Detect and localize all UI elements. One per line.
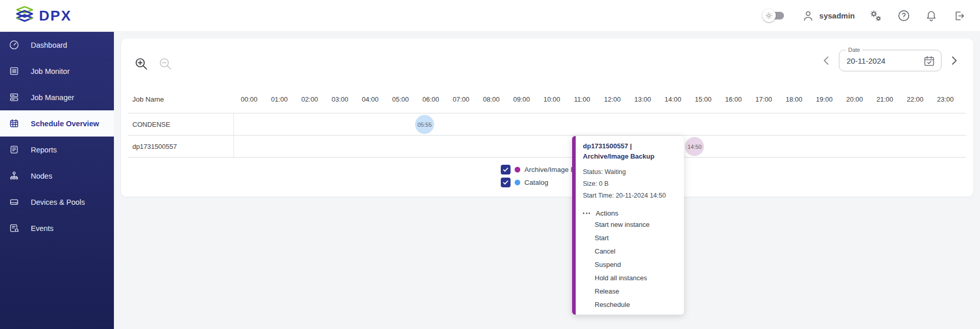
sidebar-item-job-monitor[interactable]: Job Monitor <box>0 58 114 84</box>
action-hold-all-instances[interactable]: Hold all instances <box>583 272 679 285</box>
time-header: 17:00 <box>749 95 779 103</box>
time-header: 10:00 <box>537 95 567 103</box>
next-day-chevron-icon[interactable] <box>948 54 960 67</box>
ellipsis-icon <box>583 212 590 214</box>
time-header: 21:00 <box>870 95 900 103</box>
table-row: CONDENSE 05:55 <box>128 113 966 136</box>
sidebar-item-events[interactable]: Events <box>0 215 114 241</box>
sidebar: Dashboard Job Monitor Job Manager Schedu… <box>0 32 114 329</box>
event-tooltip: dp1731500557 | Archive/Image Backup Stat… <box>572 136 684 315</box>
sidebar-item-dashboard[interactable]: Dashboard <box>0 32 114 58</box>
action-start[interactable]: Start <box>583 231 679 245</box>
zoom-out-icon[interactable] <box>159 57 172 71</box>
time-header: 01:00 <box>264 95 295 103</box>
previous-day-chevron-icon[interactable] <box>820 54 833 67</box>
date-navigation: Date <box>820 50 960 71</box>
job-name-header: Job Name <box>128 95 234 103</box>
archive-color-dot <box>515 167 520 172</box>
sidebar-item-reports[interactable]: Reports <box>0 137 114 163</box>
sidebar-item-devices-pools[interactable]: Devices & Pools <box>0 189 114 215</box>
schedule-overview-icon <box>9 118 19 129</box>
sidebar-item-label: Events <box>31 224 53 233</box>
schedule-grid-header: Job Name 00:00 01:00 02:00 03:00 04:00 0… <box>128 86 966 113</box>
action-release[interactable]: Release <box>583 285 679 298</box>
job-name-cell: CONDENSE <box>128 113 234 135</box>
job-name-cell: dp1731500557 <box>128 136 234 157</box>
sidebar-item-label: Reports <box>31 146 57 154</box>
tooltip-title: dp1731500557 | Archive/Image Backup <box>583 141 679 162</box>
zoom-in-icon[interactable] <box>134 57 148 71</box>
table-row: dp1731500557 14:50 <box>128 136 966 158</box>
date-field-label: Date <box>846 47 863 53</box>
services-gears-icon[interactable] <box>869 9 883 23</box>
schedule-rows: CONDENSE 05:55 dp1731500557 14:50 <box>128 113 966 158</box>
time-header: 05:00 <box>385 95 416 103</box>
logout-icon[interactable] <box>952 9 966 23</box>
date-input[interactable] <box>847 56 913 65</box>
time-header: 14:00 <box>658 95 688 103</box>
theme-toggle[interactable] <box>762 11 785 21</box>
sidebar-item-label: Job Manager <box>31 93 74 102</box>
time-header: 13:00 <box>628 95 658 103</box>
devices-pools-icon <box>9 197 19 207</box>
sidebar-item-label: Devices & Pools <box>31 198 85 206</box>
legend-checkbox-catalog[interactable] <box>501 178 511 187</box>
time-header: 18:00 <box>779 95 809 103</box>
help-icon[interactable] <box>897 9 910 23</box>
user-icon <box>801 9 815 23</box>
action-reschedule[interactable]: Reschedule <box>583 298 679 312</box>
sidebar-item-schedule-overview[interactable]: Schedule Overview <box>0 110 114 137</box>
app-logo[interactable]: DPX <box>15 6 72 26</box>
sidebar-item-label: Schedule Overview <box>31 120 99 128</box>
notifications-bell-icon[interactable] <box>925 9 938 23</box>
toggle-thumb-gear-icon <box>762 9 776 22</box>
job-timeline: 05:55 <box>234 113 961 135</box>
tooltip-status: Status: Waiting <box>583 166 679 178</box>
catalog-color-dot <box>515 180 520 185</box>
schedule-overview-card: Date Job Name 00:00 01:00 02:00 03:00 04… <box>121 38 973 197</box>
events-icon <box>9 223 19 234</box>
action-cancel[interactable]: Cancel <box>583 245 679 258</box>
time-header: 16:00 <box>718 95 749 103</box>
navbar-actions: sysadmin <box>762 9 966 23</box>
time-header: 15:00 <box>688 95 718 103</box>
tooltip-size: Size: 0 B <box>583 178 679 190</box>
sidebar-item-label: Dashboard <box>31 41 67 49</box>
reports-icon <box>9 144 19 155</box>
actions-header: Actions <box>583 208 679 218</box>
schedule-event-badge[interactable]: 14:50 <box>685 137 704 156</box>
schedule-grid: Job Name 00:00 01:00 02:00 03:00 04:00 0… <box>128 86 966 158</box>
job-monitor-icon <box>9 66 19 76</box>
nodes-icon <box>9 170 19 181</box>
time-header: 20:00 <box>839 95 870 103</box>
time-header: 00:00 <box>234 95 264 103</box>
schedule-event-badge[interactable]: 05:55 <box>415 115 434 134</box>
legend: Archive/Image Backup Catalog <box>121 163 973 189</box>
logo-stack-icon <box>15 6 34 26</box>
top-navbar: DPX sysadmin <box>0 0 980 32</box>
legend-label: Catalog <box>524 179 548 186</box>
user-menu[interactable]: sysadmin <box>801 9 855 23</box>
sidebar-item-nodes[interactable]: Nodes <box>0 163 114 189</box>
tooltip-start-time: Start Time: 20-11-2024 14:50 <box>583 190 679 202</box>
time-header: 07:00 <box>446 95 476 103</box>
action-suspend[interactable]: Suspend <box>583 258 679 272</box>
time-header: 02:00 <box>295 95 325 103</box>
time-header: 04:00 <box>355 95 385 103</box>
dashboard-icon <box>9 40 19 50</box>
sidebar-item-label: Job Monitor <box>31 67 70 75</box>
time-header: 06:00 <box>416 95 446 103</box>
time-header: 19:00 <box>809 95 839 103</box>
sidebar-item-job-manager[interactable]: Job Manager <box>0 84 114 110</box>
time-header: 12:00 <box>597 95 628 103</box>
job-manager-icon <box>9 92 19 103</box>
legend-checkbox-archive[interactable] <box>501 165 511 175</box>
logo-text: DPX <box>39 8 72 24</box>
actions-label: Actions <box>596 209 618 217</box>
time-header: 11:00 <box>567 95 597 103</box>
zoom-tools <box>134 57 172 71</box>
calendar-icon[interactable] <box>923 55 935 67</box>
username: sysadmin <box>819 11 855 20</box>
time-header: 03:00 <box>325 95 355 103</box>
action-start-new-instance[interactable]: Start new instance <box>583 218 679 231</box>
